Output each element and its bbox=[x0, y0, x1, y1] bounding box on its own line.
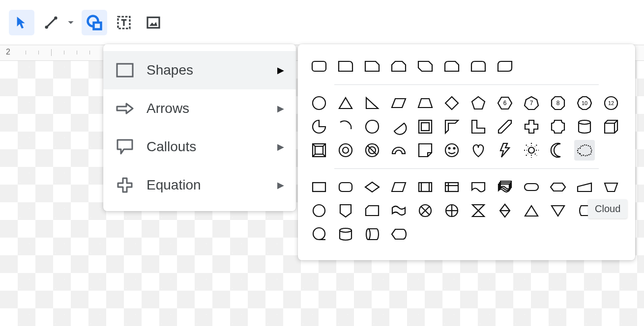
shape-parallelogram[interactable] bbox=[388, 93, 409, 113]
shape-fc-offpage[interactable] bbox=[335, 200, 356, 221]
shape-bevel[interactable] bbox=[309, 140, 329, 161]
shape-arc[interactable] bbox=[335, 116, 356, 137]
shape-smiley[interactable] bbox=[441, 140, 462, 161]
shape-oval[interactable] bbox=[309, 93, 329, 113]
shape-fc-direct-access[interactable] bbox=[362, 224, 382, 244]
shape-can[interactable] bbox=[574, 116, 595, 137]
shape-fc-extract[interactable] bbox=[521, 200, 542, 221]
shape-l-shape[interactable] bbox=[468, 116, 489, 137]
svg-point-32 bbox=[454, 148, 455, 149]
svg-line-40 bbox=[535, 145, 537, 147]
svg-rect-4 bbox=[94, 23, 101, 29]
shape-trapezoid[interactable] bbox=[415, 93, 436, 113]
line-tool-group bbox=[38, 10, 78, 35]
shape-lightning[interactable] bbox=[495, 140, 515, 161]
shape-snip-single-corner[interactable] bbox=[362, 56, 382, 77]
shape-fc-document[interactable] bbox=[468, 177, 489, 197]
shape-fc-manual-input[interactable] bbox=[574, 177, 595, 197]
tooltip: Cloud bbox=[588, 199, 627, 218]
textbox-tool-button[interactable] bbox=[111, 10, 137, 35]
shape-fc-sort[interactable] bbox=[495, 200, 515, 221]
shape-fc-summing[interactable] bbox=[415, 200, 436, 221]
shape-frame[interactable] bbox=[415, 116, 436, 137]
shape-fc-magnetic-disk[interactable] bbox=[335, 224, 356, 244]
submenu-item-equation[interactable]: Equation ▶ bbox=[103, 166, 296, 204]
svg-rect-42 bbox=[313, 183, 325, 191]
shape-no-symbol[interactable] bbox=[362, 140, 382, 161]
svg-point-59 bbox=[313, 228, 325, 240]
shape-fc-data[interactable] bbox=[388, 177, 409, 197]
svg-point-9 bbox=[313, 97, 325, 109]
shapes-palette: 6 7 8 10 12 bbox=[298, 44, 635, 260]
shape-teardrop[interactable] bbox=[362, 116, 382, 137]
shape-triangle[interactable] bbox=[335, 93, 356, 113]
shape-fc-connector[interactable] bbox=[309, 200, 329, 221]
shape-fc-internal-storage[interactable] bbox=[441, 177, 462, 197]
shape-fc-preparation[interactable] bbox=[548, 177, 568, 197]
image-tool-button[interactable] bbox=[141, 10, 166, 35]
shape-fc-display[interactable] bbox=[388, 224, 409, 244]
shape-pie[interactable] bbox=[309, 116, 329, 137]
shape-dodecagon[interactable]: 12 bbox=[601, 93, 621, 113]
shape-tool-button[interactable] bbox=[82, 10, 107, 35]
shape-round-same-side[interactable] bbox=[468, 56, 489, 77]
shape-fc-alt-process[interactable] bbox=[335, 177, 356, 197]
submenu-label: Arrows bbox=[146, 101, 189, 116]
shape-fc-card[interactable] bbox=[362, 200, 382, 221]
shape-heart[interactable] bbox=[468, 140, 489, 161]
submenu-item-shapes[interactable]: Shapes ▶ bbox=[103, 51, 296, 89]
line-tool-button[interactable] bbox=[38, 10, 64, 35]
plus-icon bbox=[115, 175, 135, 195]
line-tool-dropdown[interactable] bbox=[64, 10, 78, 35]
shape-snip-round-single[interactable] bbox=[441, 56, 462, 77]
shape-fc-manual-operation[interactable] bbox=[601, 177, 621, 197]
svg-point-60 bbox=[340, 228, 351, 232]
shape-round-diagonal[interactable] bbox=[495, 56, 515, 77]
shape-folded-corner[interactable] bbox=[415, 140, 436, 161]
shape-group-1 bbox=[309, 56, 624, 77]
shape-fc-multidocument[interactable] bbox=[495, 177, 515, 197]
shape-sun[interactable] bbox=[521, 140, 542, 161]
select-tool-button[interactable] bbox=[9, 10, 34, 35]
shape-octagon[interactable]: 8 bbox=[548, 93, 568, 113]
shape-fc-decision[interactable] bbox=[362, 177, 382, 197]
svg-text:6: 6 bbox=[503, 100, 507, 107]
svg-rect-47 bbox=[445, 183, 458, 191]
shape-hexagon[interactable]: 6 bbox=[495, 93, 515, 113]
shape-plaque[interactable] bbox=[548, 116, 568, 137]
submenu-item-callouts[interactable]: Callouts ▶ bbox=[103, 128, 296, 166]
shape-fc-punched-tape[interactable] bbox=[388, 200, 409, 221]
shape-donut[interactable] bbox=[335, 140, 356, 161]
shape-chord[interactable] bbox=[388, 116, 409, 137]
shape-fc-or[interactable] bbox=[441, 200, 462, 221]
shape-right-triangle[interactable] bbox=[362, 93, 382, 113]
shape-cloud[interactable] bbox=[574, 140, 595, 161]
shape-block-arc[interactable] bbox=[388, 140, 409, 161]
shape-snip-diagonal[interactable] bbox=[415, 56, 436, 77]
svg-point-61 bbox=[366, 229, 370, 240]
shape-diagonal-stripe[interactable] bbox=[495, 116, 515, 137]
shape-half-frame[interactable] bbox=[441, 116, 462, 137]
shape-pentagon[interactable] bbox=[468, 93, 489, 113]
svg-rect-6 bbox=[147, 17, 159, 27]
shape-round-single-corner[interactable] bbox=[335, 56, 356, 77]
shape-fc-process[interactable] bbox=[309, 177, 329, 197]
divider bbox=[334, 168, 599, 169]
svg-rect-7 bbox=[117, 64, 133, 77]
shape-cube[interactable] bbox=[601, 116, 621, 137]
arrow-icon bbox=[115, 99, 135, 118]
shape-fc-predef-process[interactable] bbox=[415, 177, 436, 197]
shape-decagon[interactable]: 10 bbox=[574, 93, 595, 113]
shape-plus[interactable] bbox=[521, 116, 542, 137]
shape-fc-merge[interactable] bbox=[548, 200, 568, 221]
shape-heptagon[interactable]: 7 bbox=[521, 93, 542, 113]
shape-fc-terminator[interactable] bbox=[521, 177, 542, 197]
shape-fc-seq-access[interactable] bbox=[309, 224, 329, 244]
shape-diamond[interactable] bbox=[441, 93, 462, 113]
shape-rounded-rectangle[interactable] bbox=[309, 56, 329, 77]
shape-moon[interactable] bbox=[548, 140, 568, 161]
shape-fc-collate[interactable] bbox=[468, 200, 489, 221]
submenu-item-arrows[interactable]: Arrows ▶ bbox=[103, 89, 296, 128]
submenu-label: Callouts bbox=[146, 139, 196, 155]
shape-snip-same-side[interactable] bbox=[388, 56, 409, 77]
